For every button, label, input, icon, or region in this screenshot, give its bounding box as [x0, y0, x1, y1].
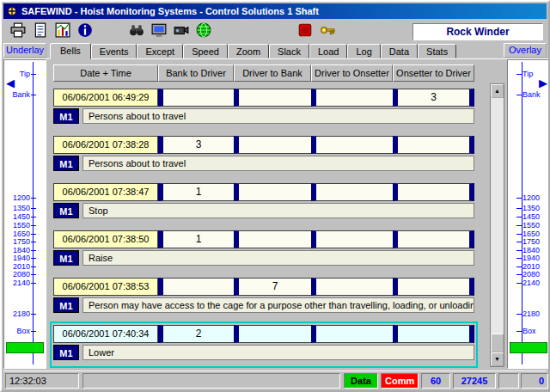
cell-onsetter-to-driver [393, 230, 474, 248]
binoculars-button[interactable] [125, 21, 148, 42]
scale-label: Bank [12, 91, 36, 99]
titlebar: SAFEWIND - Hoist Monitoring Systems - Co… [3, 3, 547, 19]
chart-button[interactable] [52, 21, 74, 42]
scale-label: 2180 [516, 310, 540, 318]
scale-label: 2080 [516, 271, 540, 279]
report-button[interactable] [29, 21, 52, 42]
bell-record-row[interactable]: 06/06/2001 07:38:28 3 M1 Persons about t… [53, 136, 474, 175]
tab-log[interactable]: Log [347, 44, 380, 58]
status-number-1: 60 [421, 373, 450, 389]
chart-icon [55, 22, 70, 40]
bell-record-row[interactable]: 06/06/2001 07:38:53 7 M1 Person may have… [53, 278, 474, 317]
status-number-3: 0 [521, 373, 548, 389]
comm-status-badge: Comm [381, 373, 419, 389]
scale-label: 2140 [516, 279, 540, 287]
scale-label: 1450 [13, 213, 36, 221]
printer-icon [10, 22, 26, 40]
cell-driver-to-bank [234, 136, 311, 154]
bell-record-row[interactable]: 06/06/2001 06:49:29 3 M1 Persons about t… [53, 89, 474, 128]
cell-bank-to-driver: 1 [158, 183, 234, 201]
scale-label: Bank [516, 91, 541, 99]
cage-position-marker-icon: ◀ [6, 77, 15, 89]
right-depth-scale: Tip Bank ▶ 1200 1350 1450 1550 1650 1750… [507, 59, 550, 369]
binoculars-icon [129, 22, 144, 40]
tab-except[interactable]: Except [137, 44, 183, 58]
record-datetime: 06/06/2001 07:38:28 [53, 136, 158, 154]
tab-events[interactable]: Events [91, 44, 138, 58]
header-bank-to-driver: Bank to Driver [158, 64, 234, 82]
tab-zoom[interactable]: Zoom [228, 44, 269, 58]
cell-driver-to-bank [234, 89, 311, 107]
alarm-button[interactable] [294, 21, 316, 42]
globe-icon [196, 22, 211, 40]
cell-onsetter-to-driver [393, 136, 474, 154]
record-datetime: 06/06/2001 07:38:47 [53, 183, 158, 201]
cell-driver-to-onsetter [311, 325, 393, 343]
underlay-button[interactable]: Underlay [3, 43, 46, 58]
bell-record-row[interactable]: 06/06/2001 07:38:47 1 M1 Stop [53, 183, 474, 223]
scale-label: 1750 [516, 238, 540, 246]
signal-code-badge: M1 [53, 203, 79, 218]
tab-bar: Bells Events Except Speed Zoom Slack Loa… [50, 43, 456, 58]
scale-label: 1940 [13, 254, 36, 262]
toolbar: Rock Winder [3, 20, 547, 43]
tab-stats[interactable]: Stats [418, 44, 456, 58]
tab-load[interactable]: Load [309, 44, 347, 58]
scroll-down-icon[interactable]: ▼ [491, 352, 504, 366]
tab-slack[interactable]: Slack [269, 44, 309, 58]
scale-label: Tip [516, 70, 533, 78]
cell-driver-to-bank: 7 [234, 278, 311, 296]
scale-label: 1450 [516, 213, 540, 221]
status-number-2: 27245 [453, 373, 496, 389]
camera-button[interactable] [170, 21, 192, 42]
tab-data[interactable]: Data [381, 44, 418, 58]
report-icon [33, 22, 48, 40]
cell-driver-to-onsetter [311, 136, 393, 154]
printer-button[interactable] [7, 21, 29, 42]
tab-speed[interactable]: Speed [183, 44, 228, 58]
cell-bank-to-driver: 2 [158, 325, 234, 343]
header-driver-to-bank: Driver to Bank [234, 64, 311, 82]
cell-driver-to-bank [234, 183, 311, 201]
scale-label: 1550 [516, 222, 540, 230]
scale-label: 1550 [13, 222, 36, 230]
records-scrollbar[interactable]: ▲ ▼ [490, 83, 504, 367]
bell-record-row[interactable]: 06/06/2001 07:40:34 2 M1 Lower [53, 325, 474, 364]
tab-bells[interactable]: Bells [50, 43, 91, 59]
content-panel: Tip Bank ◀ 1200 1350 1450 1550 1650 1750… [3, 58, 550, 368]
header-date-time: Date + Time [53, 64, 158, 82]
cell-onsetter-to-driver [393, 183, 474, 201]
shaft-bottom-indicator [510, 342, 547, 353]
bells-table: Date + Time Bank to Driver Driver to Ban… [48, 59, 509, 369]
cell-onsetter-to-driver [393, 278, 474, 296]
scroll-up-icon[interactable]: ▲ [491, 84, 504, 98]
cell-driver-to-onsetter [311, 278, 393, 296]
left-depth-scale: Tip Bank ◀ 1200 1350 1450 1550 1650 1750… [3, 59, 46, 369]
record-datetime: 06/06/2001 07:38:53 [53, 278, 158, 296]
signal-description: Stop [82, 203, 474, 218]
signal-code-badge: M1 [53, 345, 79, 360]
info-button[interactable] [74, 21, 96, 42]
overlay-button[interactable]: Overlay [504, 43, 547, 58]
status-blank-panel [498, 373, 519, 389]
signal-description: Persons about to travel [82, 156, 474, 171]
signal-description: Lower [82, 345, 474, 360]
scale-label: 1200 [516, 194, 540, 202]
scale-label: 1350 [516, 205, 540, 212]
status-message-panel [82, 373, 340, 389]
status-bar: 12:32:03 Data Comm 60 27245 0 [3, 371, 547, 390]
cell-driver-to-onsetter [311, 89, 393, 107]
globe-button[interactable] [192, 21, 215, 42]
cell-onsetter-to-driver [393, 325, 474, 343]
cage-position-marker-icon: ▶ [539, 77, 547, 89]
bell-record-row[interactable]: 06/06/2001 07:38:50 1 M1 Raise [53, 230, 474, 270]
monitor-icon [151, 22, 167, 40]
key-button[interactable] [316, 21, 339, 42]
scale-label: 1750 [13, 238, 36, 246]
scrollbar-thumb[interactable] [491, 334, 504, 352]
data-status-badge: Data [344, 373, 378, 389]
cell-driver-to-bank [234, 325, 311, 343]
scale-label: 2080 [13, 271, 36, 279]
monitor-button[interactable] [148, 21, 170, 42]
scale-label: 1940 [516, 254, 540, 262]
